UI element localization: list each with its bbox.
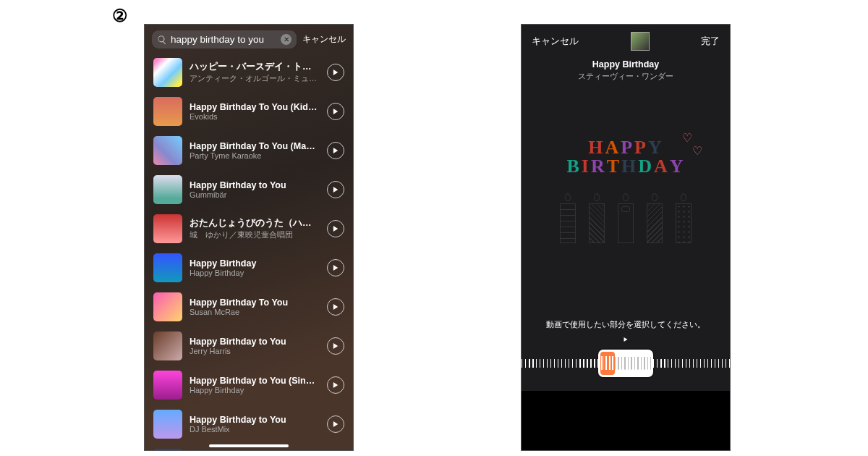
song-title: Happy Birthday To You (Made Popular…: [190, 141, 320, 151]
search-query-text: happy birthday to you: [171, 34, 277, 45]
song-title: Happy Birthday to You (Single): [190, 376, 320, 386]
user-drawing: ♡ ♡ HAPPY BIRTHDAY: [522, 137, 730, 243]
candle-icon: [587, 193, 606, 243]
song-artist: Jerry Harris: [190, 347, 320, 355]
song-artist: Party Tyme Karaoke: [190, 151, 320, 160]
song-result-row[interactable]: おたんじょうびのうた（ハッピー・バース…城 ゆかり／東映児童合唱団: [145, 209, 353, 248]
playhead-icon: [624, 337, 628, 342]
selected-track-thumbnail: [631, 32, 650, 51]
editor-bottom-bar: [522, 391, 730, 450]
music-search-screen: happy birthday to you ✕ キャンセル ハッピー・バースデイ…: [144, 24, 354, 451]
drawing-candles: [522, 193, 730, 243]
selected-track-artist: スティーヴィー・ワンダー: [522, 71, 730, 82]
play-preview-button[interactable]: [327, 376, 344, 394]
step-number-badge: ②: [112, 6, 128, 26]
play-preview-button[interactable]: [327, 298, 344, 316]
heart-icon: ♡: [682, 131, 692, 145]
candle-icon: [645, 193, 664, 243]
song-artist: Gummibär: [190, 190, 320, 199]
album-artwork: [153, 97, 182, 126]
unselected-clip-region: [615, 352, 651, 375]
song-title: おたんじょうびのうた（ハッピー・バース…: [190, 217, 320, 229]
search-icon: [157, 35, 167, 45]
cancel-search-button[interactable]: キャンセル: [302, 33, 346, 46]
song-artist: Evokids: [190, 112, 320, 121]
audio-waveform-scrubber[interactable]: [522, 349, 730, 378]
album-artwork: [153, 58, 182, 87]
song-title: Happy Birthday to You: [190, 337, 320, 347]
clip-selection-instruction: 動画で使用したい部分を選択してください。: [522, 320, 730, 330]
editor-top-bar: キャンセル 完了: [522, 25, 730, 58]
song-result-row[interactable]: Happy Birthday to YouDJ BestMix: [145, 405, 353, 444]
album-artwork: [153, 332, 182, 360]
album-artwork: [153, 214, 182, 243]
song-result-row[interactable]: Happy Birthday To YouSusan McRae: [145, 287, 353, 326]
done-button[interactable]: 完了: [701, 35, 720, 48]
album-artwork: [153, 175, 182, 204]
home-indicator[interactable]: [209, 444, 289, 447]
clear-search-button[interactable]: ✕: [281, 34, 292, 45]
waveform-segment: [653, 353, 730, 373]
song-artist: Happy Birthday: [190, 269, 320, 277]
song-result-row[interactable]: Happy BirthdayHappy Birthday: [145, 248, 353, 287]
clip-selection-window[interactable]: [598, 350, 653, 377]
song-title: ハッピー・バースデイ・トゥ・ユー: [190, 61, 320, 73]
play-preview-button[interactable]: [327, 259, 344, 276]
song-result-row[interactable]: Happy Birthday To You (Kids Version)Evok…: [145, 92, 353, 131]
play-preview-button[interactable]: [327, 64, 344, 81]
song-title: Happy Birthday To You: [190, 297, 320, 308]
play-preview-button[interactable]: [327, 220, 344, 237]
play-preview-button[interactable]: [327, 337, 344, 355]
music-clip-editor-screen: キャンセル 完了 Happy Birthday スティーヴィー・ワンダー ♡ ♡…: [521, 24, 731, 451]
play-preview-button[interactable]: [327, 415, 344, 433]
search-field[interactable]: happy birthday to you ✕: [152, 30, 297, 48]
selected-track-title: Happy Birthday: [522, 59, 730, 69]
album-artwork: [153, 449, 182, 451]
album-artwork: [153, 292, 182, 321]
selected-track-heading: Happy Birthday スティーヴィー・ワンダー: [522, 59, 730, 82]
song-title: Happy Birthday to You: [190, 180, 320, 190]
song-artist: Susan McRae: [190, 308, 320, 316]
heart-icon: ♡: [692, 144, 702, 158]
play-preview-button[interactable]: [327, 142, 344, 159]
song-result-row[interactable]: Happy Birthday to You (Single)Happy Birt…: [145, 366, 353, 405]
song-artist: 城 ゆかり／東映児童合唱団: [190, 229, 320, 240]
song-title: Happy Birthday To You (Kids Version): [190, 102, 320, 112]
song-title: Happy Birthday to You: [190, 415, 320, 425]
album-artwork: [153, 136, 182, 165]
song-result-row[interactable]: ハッピー・バースデイ・トゥ・ユーアンティーク・オルゴール・ミュージック…: [145, 53, 353, 92]
drawing-text-birthday: BIRTHDAY: [522, 156, 730, 177]
album-artwork: [153, 253, 182, 282]
song-results-list: ハッピー・バースデイ・トゥ・ユーアンティーク・オルゴール・ミュージック… Hap…: [145, 53, 353, 451]
cancel-button[interactable]: キャンセル: [532, 35, 579, 48]
play-preview-button[interactable]: [327, 103, 344, 120]
song-artist: DJ BestMix: [190, 425, 320, 434]
selected-clip-region: [600, 352, 615, 375]
play-preview-button[interactable]: [327, 181, 344, 198]
song-artist: Happy Birthday: [190, 386, 320, 394]
candle-icon: [616, 193, 635, 243]
album-artwork: [153, 410, 182, 439]
song-result-row[interactable]: Happy Birthday to YouJerry Harris: [145, 326, 353, 366]
song-result-row[interactable]: Happy Birthday To You (Made Popular…Part…: [145, 131, 353, 170]
song-artist: アンティーク・オルゴール・ミュージック…: [190, 73, 320, 84]
waveform-segment: [522, 353, 598, 373]
candle-icon: [674, 193, 693, 243]
song-result-row[interactable]: Happy Birthday to YouGummibär: [145, 170, 353, 209]
album-artwork: [153, 371, 182, 400]
song-title: Happy Birthday: [190, 258, 320, 269]
candle-icon: [558, 193, 577, 243]
search-bar: happy birthday to you ✕ キャンセル: [145, 25, 353, 53]
